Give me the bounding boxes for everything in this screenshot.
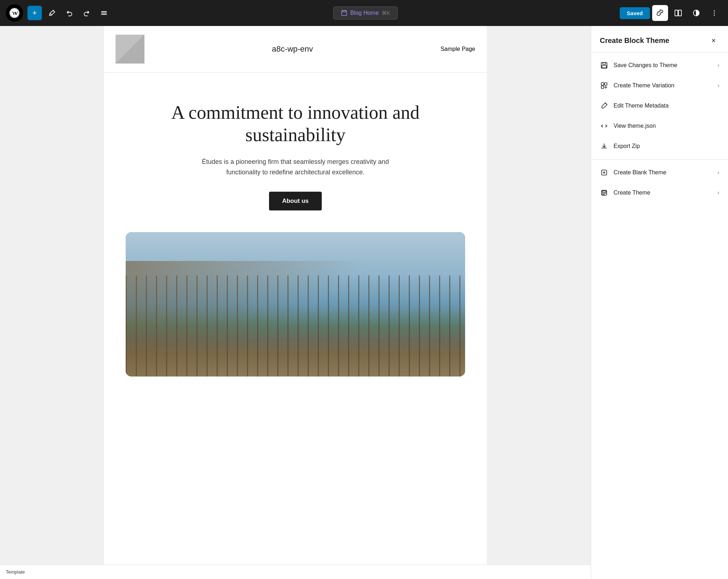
topbar-right: Saved — [620, 5, 722, 21]
undo-button[interactable] — [62, 6, 77, 20]
svg-rect-4 — [342, 10, 347, 16]
canvas-scroll[interactable]: a8c-wp-env Sample Page A commitment to i… — [0, 26, 591, 565]
create-variation-label: Create Theme Variation — [614, 82, 712, 89]
svg-rect-13 — [603, 62, 606, 64]
nav-sample-page[interactable]: Sample Page — [441, 46, 475, 52]
view-theme-json-label: View theme.json — [614, 123, 719, 129]
status-bar: Template — [0, 565, 591, 579]
export-zip-label: Export Zip — [614, 143, 719, 149]
edit-metadata-label: Edit Theme Metadata — [614, 103, 719, 109]
create-theme-icon — [600, 188, 608, 197]
redo-button[interactable] — [79, 6, 94, 20]
save-changes-chevron: › — [718, 62, 719, 69]
site-frame: a8c-wp-env Sample Page A commitment to i… — [104, 26, 487, 565]
image-section — [104, 232, 487, 391]
saved-button[interactable]: Saved — [620, 7, 650, 19]
edit-icon — [600, 101, 608, 110]
svg-rect-14 — [602, 65, 606, 68]
blog-home-label: Blog Home — [350, 10, 379, 16]
download-icon — [600, 142, 608, 151]
hero-section: A commitment to innovation and sustainab… — [104, 73, 487, 232]
svg-rect-17 — [601, 86, 604, 88]
edit-metadata-item[interactable]: Edit Theme Metadata — [591, 96, 728, 116]
create-theme-item[interactable]: Create Theme › — [591, 183, 728, 203]
svg-rect-7 — [679, 10, 681, 16]
lower-menu-section: Create Blank Theme › Create Theme › — [591, 160, 728, 206]
building-image — [126, 232, 465, 376]
tools-button[interactable] — [652, 5, 668, 21]
svg-rect-16 — [604, 83, 607, 85]
site-logo — [116, 35, 144, 64]
code-icon — [600, 122, 608, 130]
building-image-inner — [126, 232, 465, 376]
status-label: Template — [6, 569, 25, 575]
add-block-button[interactable]: + — [27, 6, 42, 20]
main-area: a8c-wp-env Sample Page A commitment to i… — [0, 26, 728, 579]
svg-rect-5 — [343, 10, 346, 12]
svg-rect-21 — [602, 191, 606, 192]
view-theme-json-item[interactable]: View theme.json — [591, 116, 728, 136]
save-changes-item[interactable]: Save Changes to Theme › — [591, 55, 728, 75]
hero-description: Études is a pioneering firm that seamles… — [187, 157, 404, 178]
list-view-button[interactable] — [97, 6, 111, 20]
editor-canvas: a8c-wp-env Sample Page A commitment to i… — [0, 26, 591, 579]
sidebar-header: Create Block Theme × — [591, 26, 728, 52]
sidebar-title: Create Block Theme — [600, 36, 669, 45]
save-changes-label: Save Changes to Theme — [614, 62, 712, 69]
create-blank-theme-item[interactable]: Create Blank Theme › — [591, 162, 728, 183]
site-header: a8c-wp-env Sample Page — [104, 26, 487, 73]
blank-theme-icon — [600, 168, 608, 177]
create-blank-theme-label: Create Blank Theme — [614, 169, 712, 176]
contrast-button[interactable] — [688, 5, 704, 21]
more-options-button[interactable] — [706, 5, 722, 21]
blog-home-shortcut: ⌘K — [382, 10, 390, 16]
save-icon — [600, 61, 608, 70]
close-button[interactable]: × — [708, 35, 719, 46]
blog-home-button[interactable]: Blog Home ⌘K — [333, 6, 398, 19]
svg-point-10 — [714, 13, 715, 14]
svg-point-9 — [714, 10, 715, 12]
svg-rect-6 — [675, 10, 678, 16]
edit-mode-button[interactable] — [45, 6, 59, 20]
svg-point-11 — [714, 15, 715, 16]
create-variation-chevron: › — [718, 82, 719, 89]
view-toggle-button[interactable] — [670, 5, 686, 21]
about-us-button[interactable]: About us — [269, 192, 322, 210]
wp-logo[interactable] — [6, 4, 23, 22]
variation-icon — [600, 81, 608, 90]
top-menu-section: Save Changes to Theme › Create Theme Var… — [591, 52, 728, 160]
sidebar-panel: Create Block Theme × Save Changes to The… — [591, 26, 728, 579]
create-theme-chevron: › — [718, 190, 719, 196]
site-nav: Sample Page — [441, 46, 475, 52]
hero-title: A commitment to innovation and sustainab… — [126, 101, 465, 147]
create-blank-theme-chevron: › — [718, 169, 719, 176]
export-zip-item[interactable]: Export Zip — [591, 136, 728, 156]
create-variation-item[interactable]: Create Theme Variation › — [591, 75, 728, 96]
site-title: a8c-wp-env — [272, 44, 313, 54]
svg-rect-15 — [601, 83, 604, 85]
create-theme-label: Create Theme — [614, 190, 712, 196]
topbar: + Blog Home ⌘K — [0, 0, 728, 26]
